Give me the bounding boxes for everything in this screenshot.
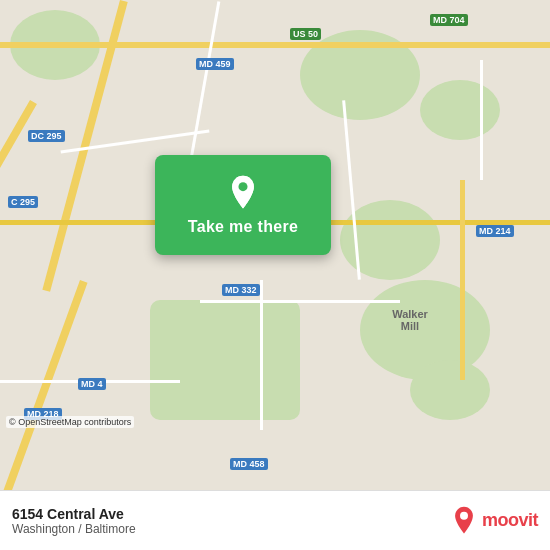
label-md459: MD 459: [196, 58, 234, 70]
label-md332: MD 332: [222, 284, 260, 296]
svg-point-1: [460, 511, 468, 519]
take-me-there-button[interactable]: Take me there: [155, 155, 331, 255]
moovit-text: moovit: [482, 510, 538, 531]
address-info: 6154 Central Ave Washington / Baltimore: [12, 506, 136, 536]
address-line: 6154 Central Ave: [12, 506, 136, 522]
take-me-there-label: Take me there: [188, 218, 298, 236]
moovit-logo: moovit: [450, 505, 538, 537]
road-local-4: [260, 280, 263, 430]
moovit-pin-icon: [450, 505, 478, 537]
green-area-7: [410, 360, 490, 420]
label-md4: MD 4: [78, 378, 106, 390]
label-dc295: DC 295: [28, 130, 65, 142]
svg-point-0: [238, 182, 247, 191]
label-md704: MD 704: [430, 14, 468, 26]
area-label-walker-mill: WalkerMill: [370, 308, 450, 332]
road-local-6: [480, 60, 483, 180]
location-pin-icon: [224, 174, 262, 212]
city-line: Washington / Baltimore: [12, 522, 136, 536]
road-local-3: [200, 300, 400, 303]
label-us50: US 50: [290, 28, 321, 40]
label-md458: MD 458: [230, 458, 268, 470]
label-c295: C 295: [8, 196, 38, 208]
map-container: US 50 MD 704 MD 459 DC 295 C 295 MD 332 …: [0, 0, 550, 490]
green-area-3: [420, 80, 500, 140]
road-md214: [460, 180, 465, 380]
green-area-6: [150, 300, 300, 420]
bottom-bar: 6154 Central Ave Washington / Baltimore …: [0, 490, 550, 550]
osm-attribution: © OpenStreetMap contributors: [6, 416, 134, 428]
label-md214: MD 214: [476, 225, 514, 237]
road-us50: [0, 42, 550, 48]
